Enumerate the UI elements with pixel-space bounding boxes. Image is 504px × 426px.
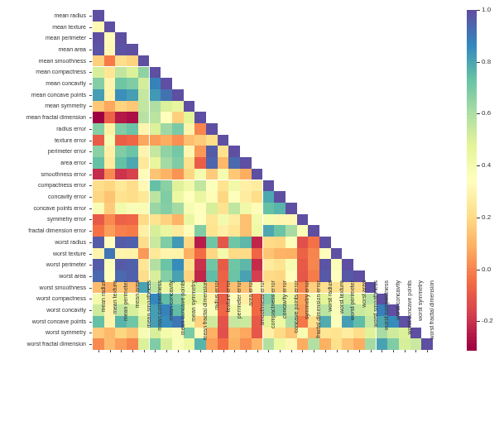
heatmap-cell — [194, 146, 206, 157]
heatmap-cell — [228, 180, 240, 192]
heatmap-cell — [93, 191, 104, 203]
y-tick-label: worst perimeter — [0, 261, 86, 267]
heatmap-cell — [218, 237, 229, 248]
heatmap-cell — [127, 157, 138, 169]
heatmap-cell — [104, 55, 116, 67]
heatmap-cell — [286, 214, 297, 226]
heatmap-cell — [138, 248, 150, 260]
heatmap-cell — [127, 259, 138, 270]
heatmap-cell — [172, 101, 184, 112]
heatmap-cell — [172, 180, 184, 192]
heatmap-cell — [127, 203, 138, 214]
y-tick-label: compactness error — [0, 182, 86, 188]
heatmap-cell — [138, 67, 150, 79]
heatmap-cell — [150, 248, 161, 260]
heatmap-cell — [218, 191, 229, 203]
heatmap-cell — [104, 89, 116, 101]
heatmap-cell — [228, 203, 240, 214]
x-tick-label: worst smoothness — [372, 280, 378, 355]
heatmap-cell — [331, 248, 343, 260]
heatmap-cell — [308, 225, 319, 237]
heatmap-cell — [206, 191, 218, 203]
heatmap-cell — [93, 180, 104, 192]
x-tick-label: mean smoothness — [146, 280, 151, 355]
heatmap-cell — [161, 237, 172, 248]
heatmap-cell — [206, 237, 218, 248]
heatmap-cell — [206, 203, 218, 214]
heatmap-cell — [274, 214, 286, 226]
heatmap-cell — [184, 259, 195, 270]
y-tick-label: mean radius — [0, 12, 86, 18]
heatmap-cell — [115, 101, 127, 112]
heatmap-cell — [138, 135, 150, 146]
heatmap-cell — [150, 157, 161, 169]
heatmap-cell — [206, 180, 218, 192]
x-tick-label: area error — [247, 280, 253, 355]
heatmap-cell — [297, 259, 309, 270]
heatmap-cell — [138, 123, 150, 135]
heatmap-cell — [150, 78, 161, 89]
heatmap-cell — [194, 135, 206, 146]
heatmap-cell — [127, 101, 138, 112]
heatmap-cell — [127, 214, 138, 226]
heatmap-cell — [104, 225, 116, 237]
heatmap-cell — [263, 180, 275, 192]
heatmap-cell — [115, 32, 127, 44]
heatmap-cell — [206, 135, 218, 146]
heatmap-cell — [115, 214, 127, 226]
y-tick-label: mean area — [0, 46, 86, 52]
heatmap-cell — [218, 203, 229, 214]
heatmap-cell — [263, 237, 275, 248]
heatmap-cell — [93, 112, 104, 123]
heatmap-cell — [138, 112, 150, 123]
heatmap-cell — [127, 55, 138, 67]
heatmap-cell — [252, 214, 263, 226]
heatmap-cell — [127, 191, 138, 203]
heatmap-cell — [172, 214, 184, 226]
heatmap-cell — [150, 191, 161, 203]
x-tick-label: symmetry error — [304, 280, 310, 355]
heatmap-cell — [172, 259, 184, 270]
heatmap-cell — [115, 55, 127, 67]
heatmap-cell — [138, 101, 150, 112]
heatmap-cell — [194, 237, 206, 248]
heatmap-cell — [104, 135, 116, 146]
y-tick-label: area error — [0, 160, 86, 165]
heatmap-cell — [194, 248, 206, 260]
y-tick-label: worst fractal dimension — [0, 341, 86, 347]
heatmap-cell — [263, 214, 275, 226]
colorbar-tick-label: 0.6 — [482, 109, 491, 117]
heatmap-cell — [184, 191, 195, 203]
y-tick-label: worst radius — [0, 239, 86, 245]
heatmap-cell — [172, 112, 184, 123]
heatmap-cell — [127, 78, 138, 89]
colorbar-tick-label: 1.0 — [482, 6, 491, 13]
heatmap-cell — [138, 191, 150, 203]
heatmap-cell — [127, 44, 138, 55]
heatmap-cell — [161, 180, 172, 192]
heatmap-cell — [150, 135, 161, 146]
heatmap-cell — [138, 237, 150, 248]
heatmap-cell — [263, 248, 275, 260]
heatmap-cell — [228, 157, 240, 169]
heatmap-cell — [218, 214, 229, 226]
heatmap-cell — [206, 157, 218, 169]
heatmap-cell — [161, 135, 172, 146]
heatmap-cell — [252, 180, 263, 192]
heatmap-cell — [115, 123, 127, 135]
heatmap-cell — [104, 146, 116, 157]
heatmap-cell — [228, 259, 240, 270]
heatmap-cell — [172, 157, 184, 169]
heatmap-cell — [93, 169, 104, 180]
heatmap-cell — [104, 101, 116, 112]
heatmap-cell — [115, 203, 127, 214]
x-tick-label: concavity error — [281, 280, 287, 355]
heatmap-cell — [115, 112, 127, 123]
heatmap-cell — [104, 112, 116, 123]
heatmap-cell — [127, 146, 138, 157]
heatmap-cell — [308, 248, 319, 260]
heatmap-cell — [161, 101, 172, 112]
heatmap-cell — [184, 101, 195, 112]
heatmap-cell — [218, 157, 229, 169]
heatmap-cell — [104, 123, 116, 135]
